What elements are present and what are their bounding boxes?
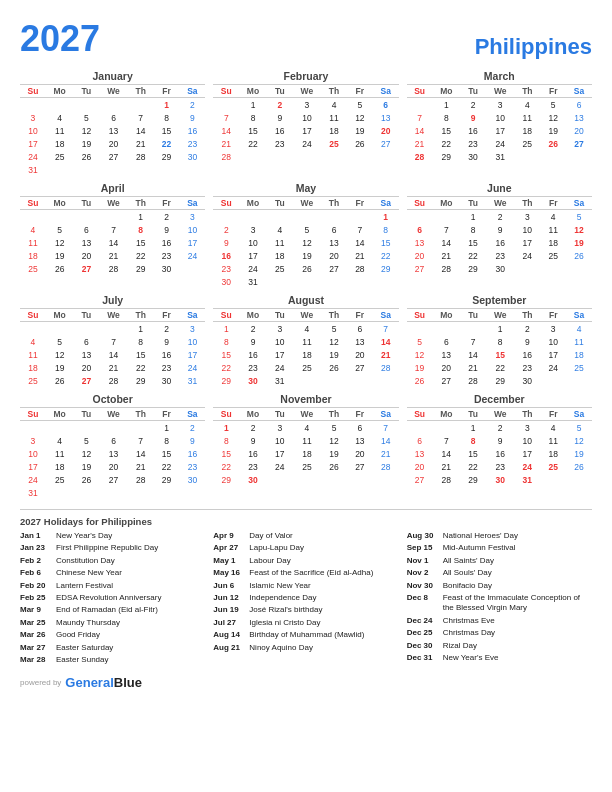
- calendar-day: 25: [293, 361, 321, 374]
- calendar-day: 28: [128, 473, 154, 486]
- calendar-day: 19: [407, 361, 433, 374]
- calendar-day: 2: [486, 210, 514, 224]
- calendar-day: 1: [213, 421, 239, 435]
- calendar-day: 10: [540, 335, 566, 348]
- calendar-day: [267, 150, 293, 163]
- calendar-day: 1: [154, 98, 180, 112]
- calendar-day: 13: [373, 111, 399, 124]
- calendar-day: 13: [566, 111, 592, 124]
- calendar-day: [540, 473, 566, 486]
- list-item: Apr 9Day of Valor: [213, 531, 398, 541]
- list-item: Mar 27Easter Saturday: [20, 643, 205, 653]
- calendar-day: 8: [128, 223, 154, 236]
- day-header-sa: Sa: [373, 309, 399, 322]
- calendar-day: 1: [486, 322, 514, 336]
- day-header-mo: Mo: [46, 85, 74, 98]
- calendar-day: 29: [433, 150, 461, 163]
- calendar-day: 5: [321, 421, 347, 435]
- holiday-name: Christmas Eve: [443, 616, 592, 626]
- day-header-mo: Mo: [239, 309, 267, 322]
- calendar-day: 30: [154, 262, 180, 275]
- calendar-day: 10: [267, 335, 293, 348]
- calendar-day: 6: [347, 421, 373, 435]
- calendar-day: 12: [566, 434, 592, 447]
- calendar-day: 14: [433, 236, 461, 249]
- calendar-day: 26: [321, 460, 347, 473]
- calendar-day: 27: [74, 262, 100, 275]
- calendar-day: 25: [267, 262, 293, 275]
- calendar-day: 4: [321, 98, 347, 112]
- calendar-day: 26: [566, 460, 592, 473]
- calendar-day: 17: [486, 124, 514, 137]
- calendar-day: 8: [239, 111, 267, 124]
- calendar-day: 2: [179, 421, 205, 435]
- calendar-day: 17: [239, 249, 267, 262]
- calendar-day: 7: [128, 434, 154, 447]
- holiday-date: Mar 9: [20, 605, 52, 615]
- month-december: DecemberSuMoTuWeThFrSa123456789101112131…: [407, 393, 592, 499]
- calendar-day: 20: [74, 249, 100, 262]
- calendar-day: 14: [99, 348, 127, 361]
- calendar-day: [293, 473, 321, 486]
- calendar-day: 2: [486, 421, 514, 435]
- holiday-name: Constitution Day: [56, 556, 205, 566]
- calendar-day: 4: [293, 322, 321, 336]
- calendar-day: 5: [321, 322, 347, 336]
- calendar-day: 3: [179, 210, 205, 224]
- day-header-tu: Tu: [267, 408, 293, 421]
- calendar-day: 26: [566, 249, 592, 262]
- calendar-day: [540, 262, 566, 275]
- calendar-day: 2: [460, 98, 486, 112]
- day-header-tu: Tu: [74, 85, 100, 98]
- calendar-day: 25: [566, 361, 592, 374]
- day-header-th: Th: [321, 408, 347, 421]
- month-title: January: [20, 70, 205, 82]
- calendar-day: 14: [460, 348, 486, 361]
- calendar-day: [407, 98, 433, 112]
- calendar-day: [99, 210, 127, 224]
- calendar-day: 30: [239, 473, 267, 486]
- calendar-day: 30: [486, 262, 514, 275]
- calendar-table: SuMoTuWeThFrSa12345678910111213141516171…: [213, 308, 398, 387]
- calendar-day: 27: [566, 137, 592, 150]
- calendar-day: 15: [373, 236, 399, 249]
- calendar-day: 17: [179, 348, 205, 361]
- calendar-day: 25: [293, 460, 321, 473]
- holiday-date: Feb 2: [20, 556, 52, 566]
- calendar-day: 15: [154, 447, 180, 460]
- calendar-day: 17: [514, 236, 540, 249]
- calendar-day: 24: [267, 460, 293, 473]
- day-header-th: Th: [514, 408, 540, 421]
- day-header-th: Th: [128, 408, 154, 421]
- month-title: October: [20, 393, 205, 405]
- calendar-day: 28: [373, 361, 399, 374]
- holiday-name: Feast of the Sacrifice (Eid al-Adha): [249, 568, 398, 578]
- calendar-day: [347, 473, 373, 486]
- calendar-day: 27: [373, 137, 399, 150]
- calendar-day: 5: [566, 210, 592, 224]
- holiday-name: New Year's Eve: [443, 653, 592, 663]
- calendar-day: 3: [20, 111, 46, 124]
- calendar-day: 16: [460, 124, 486, 137]
- holiday-name: EDSA Revolution Anniversary: [56, 593, 205, 603]
- calendar-day: 6: [407, 223, 433, 236]
- calendar-day: [321, 275, 347, 288]
- day-header-su: Su: [213, 408, 239, 421]
- calendar-day: 24: [179, 249, 205, 262]
- holiday-date: Jul 27: [213, 618, 245, 628]
- calendar-day: 23: [514, 361, 540, 374]
- calendar-day: [74, 322, 100, 336]
- calendar-day: 8: [128, 335, 154, 348]
- calendar-day: 16: [154, 236, 180, 249]
- calendar-day: 12: [347, 111, 373, 124]
- calendar-day: 29: [154, 473, 180, 486]
- calendar-day: 12: [321, 434, 347, 447]
- calendar-day: 20: [347, 348, 373, 361]
- page-header: 2027 Philippines: [20, 18, 592, 60]
- calendar-day: 13: [99, 447, 127, 460]
- holiday-date: Dec 25: [407, 628, 439, 638]
- holiday-date: Feb 20: [20, 581, 52, 591]
- calendar-day: 9: [179, 111, 205, 124]
- month-title: May: [213, 182, 398, 194]
- calendar-table: SuMoTuWeThFrSa12345678910111213141516171…: [407, 84, 592, 163]
